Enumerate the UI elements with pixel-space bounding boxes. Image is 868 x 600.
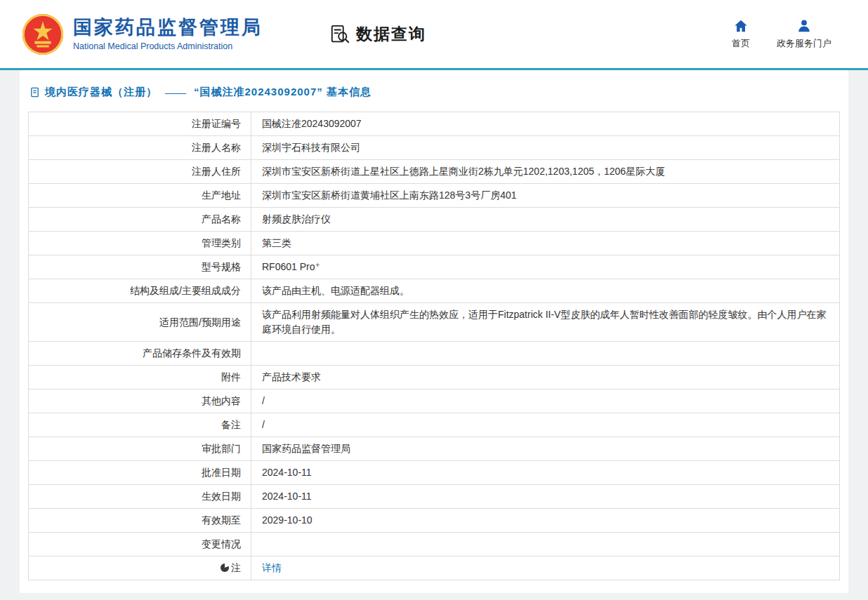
- table-row: 生效日期 2024-10-11: [29, 485, 840, 509]
- org-name-cn: 国家药品监督管理局: [73, 17, 263, 39]
- table-row: 变更情况: [29, 533, 840, 556]
- row-label: 备注: [29, 413, 251, 437]
- row-value: 射频皮肤治疗仪: [251, 208, 840, 232]
- table-row: 审批部门 国家药品监督管理局: [29, 437, 840, 461]
- table-row: 注册证编号 国械注准20243092007: [29, 112, 840, 136]
- row-value: 2024-10-11: [251, 485, 840, 509]
- row-value: 国家药品监督管理局: [251, 437, 840, 461]
- breadcrumb-category: 境内医疗器械（注册）: [45, 86, 157, 99]
- org-names: 国家药品监督管理局 National Medical Products Admi…: [73, 17, 263, 51]
- app-title: 数据查询: [329, 23, 426, 45]
- header-nav: 首页 政务服务门户: [732, 18, 831, 50]
- row-value: 第三类: [251, 232, 840, 255]
- table-row: 其他内容 /: [29, 389, 840, 413]
- national-emblem-logo: [21, 13, 65, 56]
- row-value: 深圳市宝安区新桥街道黄埔社区上南东路128号3号厂房401: [251, 184, 840, 208]
- row-label: 附件: [29, 366, 251, 389]
- row-label-text: 注: [231, 562, 241, 573]
- data-query-icon: [329, 24, 350, 45]
- row-label: 注册人住所: [29, 160, 251, 184]
- row-label: 产品名称: [29, 208, 251, 232]
- table-row: 注册人住所 深圳市宝安区新桥街道上星社区上德路上星商业街2栋九单元1202,12…: [29, 160, 840, 184]
- table-row: 产品名称 射频皮肤治疗仪: [29, 208, 840, 232]
- row-value: 详情: [251, 556, 840, 580]
- table-row: 适用范围/预期用途 该产品利用射频能量对人体组织产生的热效应，适用于Fitzpa…: [29, 303, 840, 342]
- row-label: 注册证编号: [29, 112, 251, 136]
- table-row: 注册人名称 深圳宇石科技有限公司: [29, 136, 840, 160]
- logo-group: 国家药品监督管理局 National Medical Products Admi…: [21, 13, 263, 56]
- row-label: 审批部门: [29, 437, 251, 461]
- table-row: 产品储存条件及有效期: [29, 342, 840, 366]
- table-row: 型号规格 RF0601 Pro⁺: [29, 255, 840, 279]
- table-row: 结构及组成/主要组成成分 该产品由主机、电源适配器组成。: [29, 279, 840, 303]
- row-value: RF0601 Pro⁺: [251, 255, 840, 279]
- document-icon: [29, 87, 40, 98]
- table-row: 生产地址 深圳市宝安区新桥街道黄埔社区上南东路128号3号厂房401: [29, 184, 840, 208]
- nav-gov-portal-label: 政务服务门户: [777, 37, 831, 50]
- row-label: 生产地址: [29, 184, 251, 208]
- table-row: 注 详情: [29, 556, 840, 580]
- row-value: 深圳宇石科技有限公司: [251, 136, 840, 160]
- row-value: 2024-10-11: [251, 461, 840, 485]
- content-panel: 境内医疗器械（注册） —— “国械注准20243092007” 基本信息 注册证…: [20, 70, 848, 593]
- row-label: 变更情况: [29, 533, 251, 556]
- table-row: 批准日期 2024-10-11: [29, 461, 840, 485]
- nav-home[interactable]: 首页: [732, 18, 750, 50]
- row-value: 2029-10-10: [251, 509, 840, 533]
- row-value: 该产品利用射频能量对人体组织产生的热效应，适用于Fitzpatrick II-V…: [251, 303, 840, 342]
- row-value: [251, 533, 840, 556]
- row-value: 该产品由主机、电源适配器组成。: [251, 279, 840, 303]
- row-label: 其他内容: [29, 389, 251, 413]
- row-label: 产品储存条件及有效期: [29, 342, 251, 366]
- info-table: 注册证编号 国械注准20243092007 注册人名称 深圳宇石科技有限公司 注…: [28, 112, 840, 580]
- user-icon: [796, 18, 812, 34]
- breadcrumb-separator: ——: [165, 86, 186, 98]
- table-row: 备注 /: [29, 413, 840, 437]
- row-label: 注册人名称: [29, 136, 251, 160]
- app-title-text: 数据查询: [356, 23, 426, 45]
- table-row: 附件 产品技术要求: [29, 366, 840, 389]
- main: 境内医疗器械（注册） —— “国械注准20243092007” 基本信息 注册证…: [0, 70, 868, 593]
- row-value: /: [251, 389, 840, 413]
- row-label: 有效期至: [29, 509, 251, 533]
- row-label: 结构及组成/主要组成成分: [29, 279, 251, 303]
- row-label: 生效日期: [29, 485, 251, 509]
- row-label: 批准日期: [29, 461, 251, 485]
- table-row: 管理类别 第三类: [29, 232, 840, 255]
- row-label: 适用范围/预期用途: [29, 303, 251, 342]
- row-value: /: [251, 413, 840, 437]
- table-row: 有效期至 2029-10-10: [29, 509, 840, 533]
- row-value: 国械注准20243092007: [251, 112, 840, 136]
- nav-gov-portal[interactable]: 政务服务门户: [777, 18, 831, 50]
- row-value: [251, 342, 840, 366]
- page: 国家药品监督管理局 National Medical Products Admi…: [0, 0, 868, 593]
- note-circle-icon: [221, 564, 229, 572]
- breadcrumb: 境内医疗器械（注册） —— “国械注准20243092007” 基本信息: [29, 86, 840, 99]
- site-header: 国家药品监督管理局 National Medical Products Admi…: [0, 0, 868, 68]
- nav-home-label: 首页: [732, 37, 750, 50]
- row-label: 注: [29, 556, 251, 580]
- row-value: 产品技术要求: [251, 366, 840, 389]
- row-value: 深圳市宝安区新桥街道上星社区上德路上星商业街2栋九单元1202,1203,120…: [251, 160, 840, 184]
- row-label: 管理类别: [29, 232, 251, 255]
- home-icon: [733, 18, 749, 34]
- details-link[interactable]: 详情: [262, 562, 282, 573]
- page-title: “国械注准20243092007” 基本信息: [194, 86, 371, 99]
- org-name-en: National Medical Products Administration: [73, 41, 263, 51]
- row-label: 型号规格: [29, 255, 251, 279]
